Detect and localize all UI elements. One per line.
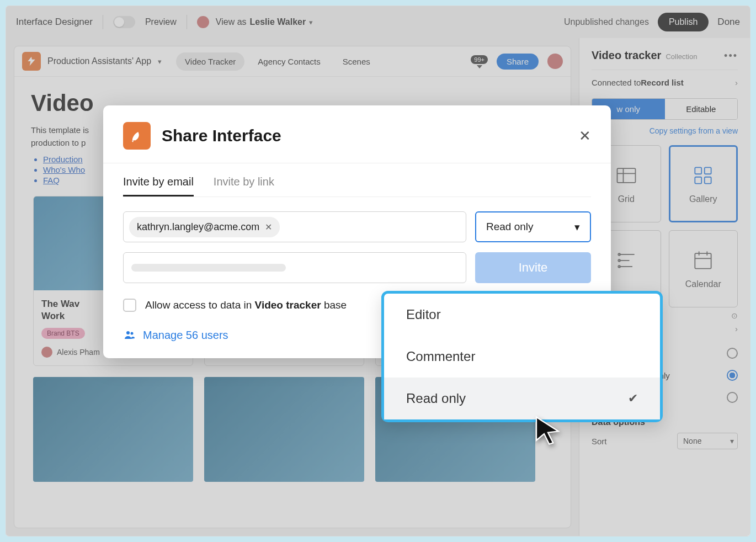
role-dropdown: Editor Commenter Read only ✔ [381, 291, 663, 422]
sidebar-subtitle: Collection [666, 52, 697, 61]
mode-segmented[interactable]: w only Editable [592, 98, 738, 120]
role-option-commenter[interactable]: Commenter [384, 336, 660, 378]
share-button[interactable]: Share [497, 54, 539, 70]
view-option-gallery[interactable]: Gallery [669, 145, 738, 222]
modal-title: Share Interface [162, 126, 281, 145]
chevron-down-icon: ▾ [309, 18, 313, 26]
svg-point-18 [131, 332, 134, 335]
notification-badge: 99+ [471, 55, 488, 64]
sort-select[interactable]: None [677, 433, 738, 449]
viewas-selector[interactable]: View as Leslie Walker ▾ [197, 16, 313, 28]
remove-chip-icon[interactable]: ✕ [265, 222, 272, 232]
svg-point-17 [126, 331, 130, 334]
chevron-down-icon: ▾ [574, 221, 580, 233]
tab-video-tracker[interactable]: Video Tracker [176, 52, 244, 71]
view-option-calendar[interactable]: Calendar [669, 230, 738, 307]
invite-button[interactable]: Invite [475, 252, 591, 283]
svg-rect-13 [695, 253, 711, 269]
preview-label: Preview [145, 17, 177, 27]
role-option-readonly[interactable]: Read only ✔ [384, 378, 660, 419]
email-chip[interactable]: kathryn.langley@acme.com ✕ [129, 217, 280, 237]
designer-topbar: Interface Designer Preview View as Lesli… [6, 6, 750, 38]
users-icon [123, 328, 136, 342]
viewas-name: Leslie Walker [250, 17, 306, 27]
app-icon [22, 52, 41, 71]
preview-toggle[interactable] [113, 16, 135, 28]
allow-access-checkbox[interactable] [123, 299, 136, 312]
chevron-right-icon: › [735, 78, 738, 87]
rocket-icon [123, 122, 151, 150]
sort-label: Sort [592, 437, 607, 446]
email-input[interactable]: kathryn.langley@acme.com ✕ [123, 211, 466, 242]
more-icon[interactable]: ••• [724, 50, 738, 62]
connected-target: Record list [641, 78, 684, 87]
avatar-icon [41, 347, 52, 358]
chevron-down-icon[interactable]: ▾ [158, 57, 162, 66]
tab-invite-by-link[interactable]: Invite by link [214, 169, 274, 196]
user-avatar[interactable] [547, 54, 563, 69]
chevron-right-icon: › [735, 324, 738, 333]
unpublished-label: Unpublished changes [564, 17, 649, 27]
role-select[interactable]: Read only ▾ [475, 211, 591, 242]
svg-rect-5 [695, 177, 702, 184]
svg-rect-4 [705, 167, 711, 174]
check-icon: ✔ [628, 391, 638, 406]
notifications-icon[interactable]: 99+ [471, 54, 488, 68]
publish-button[interactable]: Publish [658, 13, 709, 31]
role-option-editor[interactable]: Editor [384, 294, 660, 336]
close-button[interactable]: ✕ [579, 127, 591, 145]
avatar-icon [197, 16, 209, 28]
copy-settings-link[interactable]: Copy settings from a view [592, 126, 738, 135]
connected-to-row[interactable]: Connected to Record list › [592, 70, 738, 95]
allow-access-label: Allow access to data in Video tracker ba… [145, 299, 347, 311]
page-tabs: Video Tracker Agency Contacts Scenes [176, 52, 379, 71]
tab-agency-contacts[interactable]: Agency Contacts [249, 52, 329, 71]
app-name[interactable]: Production Assistants' App [47, 56, 151, 66]
message-input[interactable] [123, 252, 466, 283]
seg-editable[interactable]: Editable [665, 99, 738, 119]
svg-rect-6 [705, 177, 711, 184]
cursor-icon [533, 415, 563, 448]
tab-scenes[interactable]: Scenes [334, 52, 379, 71]
gallery-card[interactable] [33, 377, 193, 482]
tab-invite-by-email[interactable]: Invite by email [123, 169, 194, 196]
card-tag: Brand BTS [41, 328, 85, 339]
done-button[interactable]: Done [717, 17, 740, 28]
divider [103, 15, 103, 29]
viewas-prefix: View as [216, 17, 247, 27]
app-title: Interface Designer [16, 17, 93, 28]
sidebar-title: Video tracker [592, 49, 661, 62]
gallery-card[interactable] [204, 377, 364, 482]
svg-rect-3 [695, 167, 702, 174]
chevron-right-icon[interactable]: ⊙ [731, 311, 738, 320]
svg-rect-0 [617, 168, 635, 183]
divider [187, 15, 187, 29]
